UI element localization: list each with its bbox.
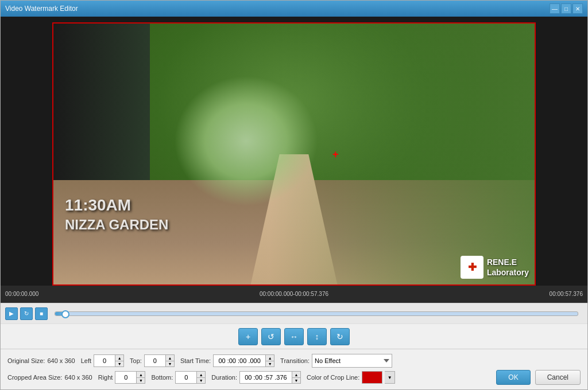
timeline-mid: 00:00:00.000-00:00:57.376 <box>260 291 328 297</box>
timeline-start: 00:00:00.000 <box>5 291 38 297</box>
duration-field-group: Duration: 00 :00 :57 .376 ▲ ▼ <box>211 371 301 384</box>
bottom-label: Bottom: <box>151 374 173 381</box>
right-spinner[interactable]: 0 ▲ ▼ <box>115 371 145 384</box>
duration-spinner-btns: ▲ ▼ <box>292 372 300 383</box>
close-button[interactable]: ✕ <box>572 3 583 14</box>
logo-text: RENE.E Laboratory <box>487 257 529 278</box>
right-input[interactable]: 0 <box>115 372 136 383</box>
original-size-value: 640 x 360 <box>47 357 75 364</box>
crop-line-color-button[interactable] <box>362 371 382 384</box>
svg-text:✚: ✚ <box>467 262 476 273</box>
flip-horizontal-button[interactable]: ↔ <box>284 328 304 345</box>
left-field-group: Left 0 ▲ ▼ <box>81 354 124 367</box>
cursor-cross-icon: + <box>332 149 339 161</box>
start-time-spinner-btns: ▲ ▼ <box>265 355 274 366</box>
minimize-button[interactable]: — <box>550 3 560 14</box>
top-down-btn[interactable]: ▼ <box>166 361 174 366</box>
top-spinner[interactable]: 0 ▲ ▼ <box>144 354 175 367</box>
left-spinner-btns: ▲ ▼ <box>115 355 123 366</box>
play-loop-button[interactable]: ↻ <box>20 307 33 320</box>
right-label: Right <box>98 374 113 381</box>
video-container[interactable]: + 11:30AM NIZZA GARDEN ✚ RENE.E <box>52 22 536 286</box>
add-watermark-button[interactable]: + <box>238 328 258 345</box>
bottom-up-btn[interactable]: ▲ <box>197 372 205 377</box>
video-watermark: 11:30AM NIZZA GARDEN <box>65 196 168 233</box>
right-spinner-btns: ▲ ▼ <box>136 372 145 383</box>
duration-spinner[interactable]: 00 :00 :57 .376 ▲ ▼ <box>239 371 301 384</box>
title-bar: Video Watermark Editor — □ ✕ <box>1 1 587 17</box>
start-time-down-btn[interactable]: ▼ <box>266 361 274 366</box>
top-label: Top: <box>130 357 142 364</box>
bottom-field-group: Bottom: 0 ▲ ▼ <box>151 371 206 384</box>
timeline-bar: 00:00:00.000 00:00:00.000-00:00:57.376 0… <box>1 286 587 303</box>
cropped-area-label: Cropped Area Size: <box>7 374 62 381</box>
right-up-btn[interactable]: ▲ <box>137 372 145 377</box>
logo-icon: ✚ <box>461 256 483 279</box>
bottom-spinner[interactable]: 0 ▲ ▼ <box>175 371 206 384</box>
cropped-area-group: Cropped Area Size: 640 x 360 <box>7 374 92 381</box>
watermark-time: 11:30AM <box>65 196 168 214</box>
crop-line-label: Color of Crop Line: <box>307 374 359 381</box>
video-frame: + 11:30AM NIZZA GARDEN ✚ RENE.E <box>53 24 535 284</box>
top-input[interactable]: 0 <box>145 355 165 366</box>
logo-watermark: ✚ RENE.E Laboratory <box>461 256 529 279</box>
duration-input[interactable]: 00 :00 :57 .376 <box>240 372 292 383</box>
start-time-input[interactable]: 00 :00 :00 .000 <box>214 355 265 366</box>
bottom-spinner-btns: ▲ ▼ <box>196 372 205 383</box>
properties-row-1: Original Size: 640 x 360 Left 0 ▲ ▼ Top:… <box>7 354 581 368</box>
main-window: Video Watermark Editor — □ ✕ + 11:30AM <box>0 0 588 390</box>
action-buttons: OK Cancel <box>496 370 581 385</box>
watermark-location: NIZZA GARDEN <box>65 217 168 233</box>
right-field-group: Right 0 ▲ ▼ <box>98 371 146 384</box>
start-time-label: Start Time: <box>180 357 211 364</box>
timeline-end: 00:00:57.376 <box>550 291 583 297</box>
original-size-group: Original Size: 640 x 360 <box>7 357 75 364</box>
toolbar: + ↺ ↔ ↕ ↻ <box>1 323 587 349</box>
crop-line-color-dropdown[interactable]: ▼ <box>385 371 395 384</box>
left-up-btn[interactable]: ▲ <box>115 355 123 361</box>
reset-button[interactable]: ↻ <box>330 328 350 345</box>
timeline-thumb[interactable] <box>61 310 69 318</box>
right-down-btn[interactable]: ▼ <box>137 377 145 383</box>
top-up-btn[interactable]: ▲ <box>166 355 174 361</box>
cropped-area-value: 640 x 360 <box>64 374 92 381</box>
left-down-btn[interactable]: ▼ <box>115 361 123 366</box>
transition-label: Transition: <box>280 357 310 364</box>
crop-line-color-group: Color of Crop Line: ▼ <box>307 371 395 384</box>
duration-up-btn[interactable]: ▲ <box>292 372 300 377</box>
cancel-button[interactable]: Cancel <box>535 370 581 385</box>
rotate-button[interactable]: ↺ <box>261 328 281 345</box>
bottom-down-btn[interactable]: ▼ <box>197 377 205 383</box>
flip-vertical-button[interactable]: ↕ <box>307 328 327 345</box>
left-spinner[interactable]: 0 ▲ ▼ <box>94 354 124 367</box>
right-trees <box>270 24 535 284</box>
left-input[interactable]: 0 <box>94 355 115 366</box>
video-area: + 11:30AM NIZZA GARDEN ✚ RENE.E <box>1 17 587 286</box>
start-time-field-group: Start Time: 00 :00 :00 .000 ▲ ▼ <box>180 354 274 367</box>
playback-controls: ▶ ↻ ■ <box>1 303 587 323</box>
original-size-label: Original Size: <box>7 357 45 364</box>
play-button[interactable]: ▶ <box>5 307 18 320</box>
bottom-input[interactable]: 0 <box>176 372 196 383</box>
maximize-button[interactable]: □ <box>561 3 571 14</box>
timeline-slider[interactable] <box>55 311 578 316</box>
ok-button[interactable]: OK <box>496 370 530 385</box>
transition-field-group: Transition: No Effect Fade In Fade Out F… <box>280 354 392 368</box>
top-spinner-btns: ▲ ▼ <box>165 355 174 366</box>
stop-button[interactable]: ■ <box>35 307 48 320</box>
timeline-labels: 00:00:00.000 00:00:00.000-00:00:57.376 0… <box>5 291 583 298</box>
duration-down-btn[interactable]: ▼ <box>292 377 300 383</box>
start-time-up-btn[interactable]: ▲ <box>266 355 274 361</box>
transition-dropdown[interactable]: No Effect Fade In Fade Out Fade In/Out <box>312 354 392 368</box>
duration-label: Duration: <box>211 374 237 381</box>
window-controls: — □ ✕ <box>550 3 583 14</box>
properties-panel: Original Size: 640 x 360 Left 0 ▲ ▼ Top:… <box>1 349 587 389</box>
top-field-group: Top: 0 ▲ ▼ <box>130 354 175 367</box>
window-title: Video Watermark Editor <box>5 5 78 13</box>
properties-row-2: Cropped Area Size: 640 x 360 Right 0 ▲ ▼… <box>7 370 581 385</box>
start-time-spinner[interactable]: 00 :00 :00 .000 ▲ ▼ <box>213 354 274 367</box>
left-label: Left <box>81 357 91 364</box>
